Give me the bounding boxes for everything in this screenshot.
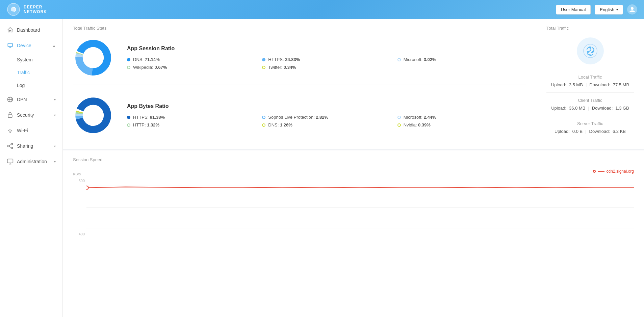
sidebar-label-dpn: DPN <box>17 97 27 102</box>
server-upload-label: Upload: <box>555 129 570 134</box>
legend-microsoft-bytes: Microsoft: 2.44% <box>397 115 526 120</box>
sidebar-item-device[interactable]: Device ▲ <box>0 38 62 53</box>
client-upload-value: 36.0 MB <box>569 106 585 111</box>
sidebar-item-security[interactable]: Security ▾ <box>0 107 62 123</box>
svg-rect-15 <box>7 159 13 163</box>
language-label: English <box>600 7 614 12</box>
microsoft-label: Microsoft: 3.02% <box>404 57 436 62</box>
session-ratio-donut <box>73 37 113 78</box>
server-upload-value: 0.0 B <box>572 129 583 134</box>
https-bytes-label: HTTPS: 91.38% <box>133 115 165 120</box>
svg-line-14 <box>9 144 11 145</box>
svg-rect-8 <box>8 115 12 117</box>
microsoft-bytes-dot <box>397 116 401 119</box>
wifi-icon <box>7 127 14 134</box>
client-traffic-values: Upload: 36.0 MB | Download: 1.3 GB <box>546 106 634 111</box>
twitter-dot <box>262 66 265 69</box>
chevron-down-icon: ▾ <box>616 8 618 11</box>
legend-https: HTTPS: 24.83% <box>262 57 390 62</box>
traffic-stats-panel: Total Traffic Stats <box>63 19 536 149</box>
server-traffic-section: Server Traffic Upload: 0.0 B | Download:… <box>546 116 634 139</box>
dns-dot <box>127 58 130 61</box>
https-label: HTTPS: 24.83% <box>268 57 300 62</box>
wikipedia-dot <box>127 66 130 69</box>
svg-point-1 <box>631 7 634 10</box>
legend-nvidia: Nvidia: 0.39% <box>397 122 526 127</box>
header-right: User Manual English ▾ <box>556 4 637 15</box>
chevron-down-icon-sharing: ▾ <box>54 144 56 148</box>
svg-line-13 <box>9 146 11 147</box>
y-500: 500 <box>73 179 85 183</box>
svg-point-34 <box>589 55 591 56</box>
sidebar-item-dashboard[interactable]: Dashboard <box>0 22 62 38</box>
sidebar-label-wifi: Wi-Fi <box>17 128 28 133</box>
session-ratio-title: App Session Ratio <box>127 46 526 52</box>
bytes-ratio-info: App Bytes Ratio HTTPS: 91.38% Sophos Liv… <box>127 103 526 127</box>
client-upload-label: Upload: <box>551 106 566 111</box>
user-manual-button[interactable]: User Manual <box>556 5 591 15</box>
svg-point-11 <box>8 145 9 147</box>
chevron-down-icon: ▾ <box>54 98 56 102</box>
chart-y-axis: 500 400 <box>73 179 86 236</box>
nvidia-dot <box>397 123 401 127</box>
local-traffic-section: Local Traffic Upload: 3.5 MB | Download:… <box>546 69 634 93</box>
legend-microsoft: Microsoft: 3.02% <box>397 57 526 62</box>
local-traffic-values: Upload: 3.5 MB | Download: 77.5 MB <box>546 82 634 87</box>
language-selector[interactable]: English ▾ <box>595 5 623 15</box>
logo-text-line1: DEEPER <box>24 5 47 9</box>
svg-point-32 <box>587 51 589 53</box>
http-label: HTTP: 1.32% <box>133 122 159 127</box>
speed-chart-container: KB/s 500 400 <box>73 179 634 246</box>
session-speed-section: Session Speed cdn2.signal.org KB/s 500 4… <box>63 150 644 317</box>
dns-bytes-label: DNS: 1.26% <box>268 122 292 127</box>
sidebar-item-wifi[interactable]: Wi-Fi <box>0 123 62 138</box>
traffic-icon-bg <box>577 37 604 64</box>
legend-http: HTTP: 1.32% <box>127 122 255 127</box>
sidebar-sub-item-system[interactable]: System <box>17 53 62 66</box>
total-traffic-title: Total Traffic <box>546 26 634 31</box>
traffic-icon-container <box>546 37 634 64</box>
bytes-ratio-legend: HTTPS: 91.38% Sophos Live Protection: 2.… <box>127 115 526 127</box>
lock-icon <box>7 112 14 118</box>
sidebar-label-device: Device <box>17 43 31 48</box>
sidebar-sub-device: System Traffic Log <box>0 53 62 92</box>
sophos-label: Sophos Live Protection: 2.82% <box>268 115 328 120</box>
user-avatar[interactable] <box>627 4 637 15</box>
speed-chart-svg <box>86 179 634 236</box>
legend-dns: DNS: 71.14% <box>127 57 255 62</box>
legend-twitter: Twitter: 0.34% <box>262 65 390 70</box>
svg-point-29 <box>85 107 101 123</box>
https-dot <box>262 58 265 61</box>
layout: Dashboard Device ▲ System Traffic Log DP… <box>0 19 644 317</box>
sidebar-item-dpn[interactable]: DPN ▾ <box>0 92 62 107</box>
main-content: Total Traffic Stats <box>63 19 644 317</box>
chevron-down-icon-security: ▾ <box>54 113 56 117</box>
http-dot <box>127 123 130 127</box>
local-download-label: Download: <box>589 82 610 87</box>
legend-https-bytes: HTTPS: 91.38% <box>127 115 255 120</box>
server-traffic-label: Server Traffic <box>546 121 634 126</box>
traffic-stats-title: Total Traffic Stats <box>73 26 526 31</box>
sidebar-label-sharing: Sharing <box>17 143 33 149</box>
sidebar-item-administration[interactable]: Administration ▾ <box>0 154 62 169</box>
speed-chart-legend: cdn2.signal.org <box>73 169 634 174</box>
twitter-label: Twitter: 0.34% <box>268 65 296 70</box>
microsoft-dot <box>397 58 401 61</box>
bytes-ratio-donut <box>73 95 113 136</box>
local-traffic-label: Local Traffic <box>546 75 634 80</box>
session-ratio-legend: DNS: 71.14% HTTPS: 24.83% Microsoft: 3.0… <box>127 57 526 70</box>
speed-legend-label: cdn2.signal.org <box>607 169 634 174</box>
svg-point-31 <box>589 47 591 49</box>
sophos-dot <box>262 116 265 119</box>
svg-point-9 <box>10 132 10 133</box>
total-traffic-panel: Total Traffic <box>536 19 644 149</box>
microsoft-bytes-label: Microsoft: 2.44% <box>404 115 436 120</box>
sidebar-item-sharing[interactable]: Sharing ▾ <box>0 138 62 154</box>
sidebar-sub-item-log[interactable]: Log <box>17 79 62 92</box>
header: DEEPER NETWORK User Manual English ▾ <box>0 0 644 19</box>
svg-point-10 <box>11 143 13 145</box>
sidebar-sub-item-traffic[interactable]: Traffic <box>17 66 62 79</box>
sidebar: Dashboard Device ▲ System Traffic Log DP… <box>0 19 63 317</box>
chevron-down-icon-admin: ▾ <box>54 160 56 164</box>
legend-wikipedia: Wikipedia: 0.67% <box>127 65 255 70</box>
